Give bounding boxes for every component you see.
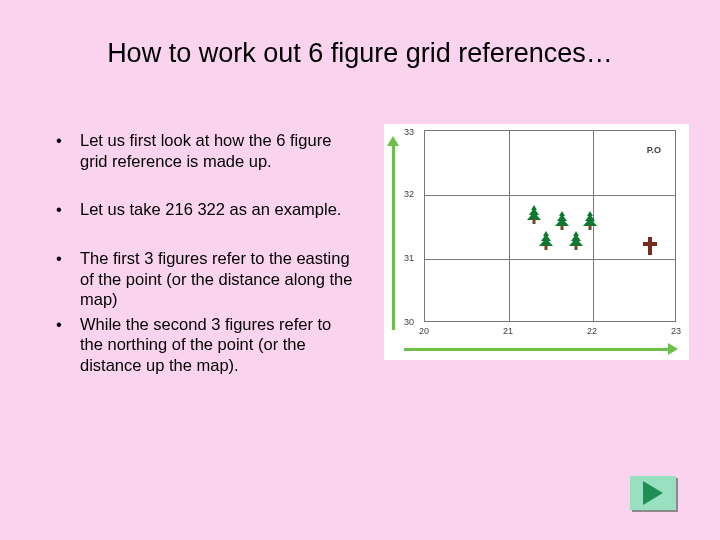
tree-icon [555,211,569,231]
po-label: P.O [647,145,661,155]
x-axis-label: 21 [503,326,513,336]
y-axis-label: 30 [404,317,414,327]
cross-icon [643,237,657,255]
map-grid: P.O [424,130,676,322]
bullet-list: Let us first look at how the 6 figure gr… [56,130,356,404]
x-axis-label: 23 [671,326,681,336]
play-icon [643,481,663,505]
grid-figure: 33 32 31 30 20 21 22 23 P.O [384,124,689,360]
next-button[interactable] [630,476,676,510]
tree-icon [569,231,583,251]
northing-arrow-icon [388,136,400,330]
y-axis-label: 33 [404,127,414,137]
y-axis-label: 31 [404,253,414,263]
tree-icon [539,231,553,251]
bullet-item: While the second 3 figures refer to the … [56,314,356,376]
x-axis-label: 22 [587,326,597,336]
x-axis-label: 20 [419,326,429,336]
tree-icon [527,205,541,225]
page-title: How to work out 6 figure grid references… [0,38,720,69]
easting-arrow-icon [404,344,678,356]
bullet-item: Let us first look at how the 6 figure gr… [56,130,356,171]
tree-icon [583,211,597,231]
y-axis-label: 32 [404,189,414,199]
bullet-item: Let us take 216 322 as an example. [56,199,356,220]
bullet-item: The first 3 figures refer to the easting… [56,248,356,310]
